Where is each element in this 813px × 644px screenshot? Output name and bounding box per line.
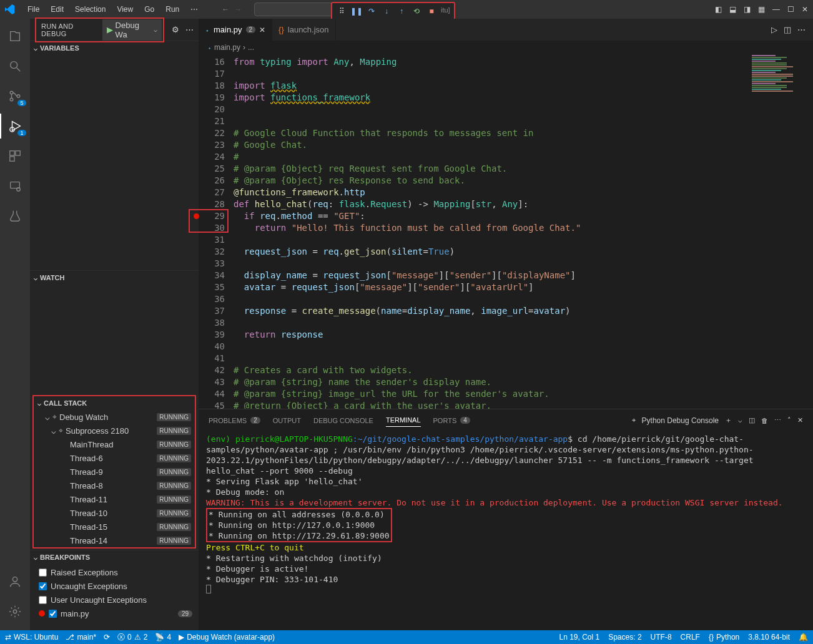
split-editor-icon[interactable]: ◫ — [784, 25, 791, 34]
callstack-subprocess-row[interactable]: ⌵⌖Subprocess 2180 RUNNING — [34, 424, 195, 437]
panel-tab-output[interactable]: OUTPUT — [273, 414, 301, 427]
callstack-thread-row[interactable]: Thread-8RUNNING — [34, 479, 195, 492]
line-gutter[interactable]: 1617181920212223242526272829303132333435… — [199, 54, 234, 409]
activity-remote-icon[interactable] — [0, 173, 30, 198]
more-icon[interactable]: ⋯ — [774, 416, 781, 424]
activity-settings-icon[interactable] — [0, 599, 30, 624]
callstack-thread-row[interactable]: Thread-10RUNNING — [34, 506, 195, 520]
nav-back-icon[interactable]: ← — [222, 5, 229, 14]
activity-explorer-icon[interactable] — [0, 24, 30, 49]
callstack-thread-row[interactable]: Thread-15RUNNING — [34, 520, 195, 534]
tab-main-py[interactable]: ⬩ main.py 2 ✕ — [199, 19, 272, 41]
debug-restart-icon[interactable]: ⟲ — [410, 4, 423, 18]
chevron-down-icon[interactable]: ⌵ — [738, 416, 742, 424]
breadcrumb[interactable]: ⬩ main.py › ... — [199, 41, 813, 54]
status-branch[interactable]: ⎇main* — [66, 633, 96, 642]
status-ports[interactable]: 📡4 — [155, 633, 171, 642]
debug-pause-icon[interactable]: ❚❚ — [350, 4, 363, 18]
bp-file-row[interactable]: main.py29 — [32, 607, 196, 620]
run-file-icon[interactable]: ▷ — [771, 25, 777, 34]
menu-selection[interactable]: Selection — [70, 2, 111, 16]
menu-go[interactable]: Go — [139, 2, 159, 16]
activity-testing-icon[interactable] — [0, 203, 30, 228]
debug-step-out-icon[interactable]: ↑ — [395, 4, 408, 18]
maximize-panel-icon[interactable]: ˄ — [787, 416, 791, 424]
panel-tab-terminal[interactable]: TERMINAL — [386, 414, 421, 427]
activity-accounts-icon[interactable] — [0, 569, 30, 594]
new-terminal-icon[interactable]: ＋ — [725, 416, 732, 425]
debug-stop-icon[interactable]: ■ — [425, 4, 438, 18]
window-minimize-icon[interactable]: — — [772, 5, 780, 14]
callstack-thread-row[interactable]: Thread-9RUNNING — [34, 465, 195, 479]
tab-launch-json[interactable]: {} launch.json — [272, 19, 335, 41]
status-badge: RUNNING — [157, 441, 191, 449]
menu-file[interactable]: File — [22, 2, 44, 16]
kill-terminal-icon[interactable]: 🗑 — [761, 417, 768, 424]
status-sync[interactable]: ⟳ — [104, 633, 110, 642]
activity-search-icon[interactable] — [0, 54, 30, 79]
variables-section-header[interactable]: ⌵VARIABLES — [30, 41, 199, 55]
close-icon[interactable]: ✕ — [259, 26, 265, 34]
minimap[interactable] — [749, 54, 808, 409]
bp-checkbox[interactable] — [49, 610, 57, 618]
panel-tab-problems[interactable]: PROBLEMS2 — [209, 414, 260, 427]
status-spaces[interactable]: Spaces: 2 — [608, 633, 641, 642]
menu-overflow[interactable]: ⋯ — [185, 2, 203, 16]
debug-start-icon[interactable]: ▶ — [107, 25, 113, 34]
callstack-thread-row[interactable]: Thread-6RUNNING — [34, 451, 195, 465]
bp-uncaught-exceptions[interactable]: Uncaught Exceptions — [32, 579, 196, 593]
window-maximize-icon[interactable]: ☐ — [787, 5, 794, 14]
status-notifications-icon[interactable]: 🔔 — [799, 633, 808, 642]
close-panel-icon[interactable]: ✕ — [797, 416, 803, 424]
callstack-session-row[interactable]: ⌵⌖Debug Watch RUNNING — [34, 410, 195, 424]
bp-checkbox[interactable] — [39, 568, 47, 577]
menu-edit[interactable]: Edit — [46, 2, 69, 16]
menu-run[interactable]: Run — [160, 2, 184, 16]
svg-point-12 — [13, 610, 17, 613]
branch-icon: ⎇ — [66, 633, 74, 642]
watch-section-header[interactable]: ⌵WATCH — [30, 271, 199, 285]
activity-debug-icon[interactable]: 1 — [0, 114, 30, 139]
status-encoding[interactable]: UTF-8 — [651, 633, 672, 642]
panel-tab-ports[interactable]: PORTS4 — [433, 414, 470, 427]
debug-step-into-icon[interactable]: ↓ — [380, 4, 393, 18]
terminal-content[interactable]: (env) pierrick@LAPTOP-HKU5PNNG:~/git/goo… — [199, 431, 813, 630]
bp-raised-exceptions[interactable]: Raised Exceptions — [32, 565, 196, 579]
callstack-thread-row[interactable]: Thread-11RUNNING — [34, 492, 195, 506]
menu-view[interactable]: View — [112, 2, 138, 16]
status-debug-session[interactable]: ▶Debug Watch (avatar-app) — [179, 633, 275, 642]
callstack-section-header[interactable]: ⌵CALL STACK — [34, 396, 195, 410]
split-terminal-icon[interactable]: ◫ — [749, 416, 755, 424]
debug-drag-handle-icon[interactable]: ⠿ — [335, 4, 348, 18]
more-actions-icon[interactable]: ⋯ — [797, 25, 806, 34]
layout-grid-icon[interactable]: ▦ — [758, 5, 765, 14]
layout-left-icon[interactable]: ◧ — [715, 5, 722, 14]
activity-extensions-icon[interactable] — [0, 144, 30, 168]
callstack-thread-row[interactable]: Thread-14RUNNING — [34, 534, 195, 547]
callstack-thread-row[interactable]: MainThreadRUNNING — [34, 437, 195, 451]
editor[interactable]: 1617181920212223242526272829303132333435… — [199, 54, 813, 409]
breakpoints-section-header[interactable]: ⌵BREAKPOINTS — [30, 550, 199, 564]
status-remote[interactable]: ⇄WSL: Ubuntu — [5, 633, 58, 642]
nav-forward-icon[interactable]: → — [234, 5, 242, 14]
code-content[interactable]: from typing import Any, Mapping import f… — [234, 54, 813, 409]
activity-scm-icon[interactable]: 5 — [0, 84, 30, 109]
breakpoint-dot-icon[interactable] — [194, 213, 199, 219]
status-cursor[interactable]: Ln 19, Col 1 — [559, 633, 599, 642]
debug-step-over-icon[interactable]: ↷ — [365, 4, 378, 18]
layout-bottom-icon[interactable]: ⬓ — [729, 5, 736, 14]
status-python-version[interactable]: 3.8.10 64-bit — [748, 633, 790, 642]
bp-user-uncaught-exceptions[interactable]: User Uncaught Exceptions — [32, 593, 196, 607]
debug-config-select[interactable]: ▶ Debug Wa ⌵ — [102, 19, 162, 41]
bp-checkbox[interactable] — [39, 596, 47, 604]
bp-checkbox[interactable] — [39, 582, 47, 590]
status-eol[interactable]: CRLF — [681, 633, 700, 642]
window-close-icon[interactable]: ✕ — [802, 5, 808, 14]
debug-more-icon[interactable]: ⋯ — [185, 25, 194, 34]
panel-tab-debug-console[interactable]: DEBUG CONSOLE — [313, 414, 373, 427]
layout-right-icon[interactable]: ◨ — [744, 5, 751, 14]
status-language[interactable]: {}Python — [709, 633, 739, 642]
status-problems[interactable]: ⓧ0⚠2 — [117, 632, 147, 643]
terminal-profile-label[interactable]: Python Debug Console — [642, 416, 719, 425]
debug-configure-gear-icon[interactable]: ⚙ — [172, 25, 179, 34]
